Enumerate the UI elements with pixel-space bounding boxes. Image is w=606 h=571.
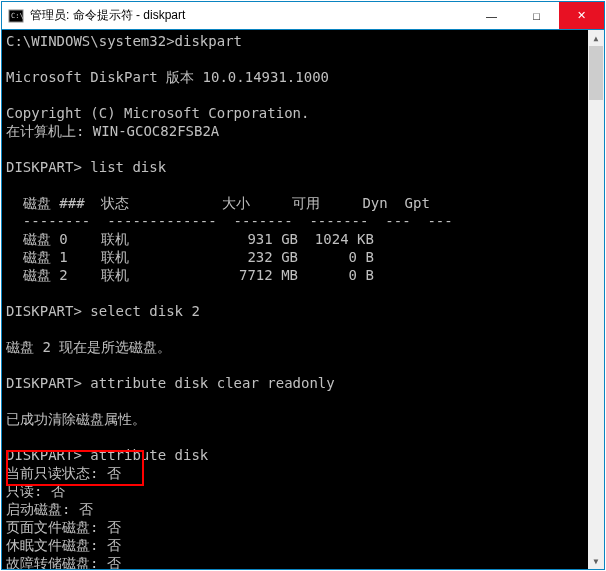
output-line: C:\WINDOWS\system32>diskpart xyxy=(6,33,242,49)
output-line: 休眠文件磁盘: 否 xyxy=(6,537,121,553)
scroll-thumb[interactable] xyxy=(589,46,603,100)
output-line: Microsoft DiskPart 版本 10.0.14931.1000 xyxy=(6,69,329,85)
output-line: 在计算机上: WIN-GCOC82FSB2A xyxy=(6,123,219,139)
output-line: 只读: 否 xyxy=(6,483,65,499)
terminal-output[interactable]: C:\WINDOWS\system32>diskpart Microsoft D… xyxy=(2,30,604,569)
app-icon: C:\ xyxy=(8,8,24,24)
output-line: 磁盘 1 联机 232 GB 0 B xyxy=(6,249,374,265)
svg-text:C:\: C:\ xyxy=(11,12,24,20)
output-line: -------- ------------- ------- ------- -… xyxy=(6,213,453,229)
close-button[interactable]: ✕ xyxy=(559,2,604,29)
output-line: 磁盘 0 联机 931 GB 1024 KB xyxy=(6,231,374,247)
scroll-up-button[interactable]: ▲ xyxy=(588,30,604,46)
output-line: 页面文件磁盘: 否 xyxy=(6,519,121,535)
scroll-track[interactable] xyxy=(588,46,604,553)
output-line: 当前只读状态: 否 xyxy=(6,465,121,481)
output-line: DISKPART> attribute disk clear readonly xyxy=(6,375,335,391)
window-title: 管理员: 命令提示符 - diskpart xyxy=(30,7,469,24)
command-prompt-window: C:\ 管理员: 命令提示符 - diskpart — □ ✕ C:\WINDO… xyxy=(1,1,605,570)
output-line: 已成功清除磁盘属性。 xyxy=(6,411,146,427)
vertical-scrollbar[interactable]: ▲ ▼ xyxy=(588,30,604,569)
titlebar[interactable]: C:\ 管理员: 命令提示符 - diskpart — □ ✕ xyxy=(2,2,604,30)
output-line: DISKPART> list disk xyxy=(6,159,166,175)
output-line: DISKPART> select disk 2 xyxy=(6,303,200,319)
output-line: 磁盘 2 联机 7712 MB 0 B xyxy=(6,267,374,283)
scroll-down-button[interactable]: ▼ xyxy=(588,553,604,569)
window-controls: — □ ✕ xyxy=(469,2,604,29)
output-line: Copyright (C) Microsoft Corporation. xyxy=(6,105,309,121)
output-line: 磁盘 2 现在是所选磁盘。 xyxy=(6,339,171,355)
minimize-button[interactable]: — xyxy=(469,2,514,29)
output-line: 故障转储磁盘: 否 xyxy=(6,555,121,569)
output-line: 磁盘 ### 状态 大小 可用 Dyn Gpt xyxy=(6,195,430,211)
output-line: DISKPART> attribute disk xyxy=(6,447,208,463)
maximize-button[interactable]: □ xyxy=(514,2,559,29)
output-line: 启动磁盘: 否 xyxy=(6,501,93,517)
